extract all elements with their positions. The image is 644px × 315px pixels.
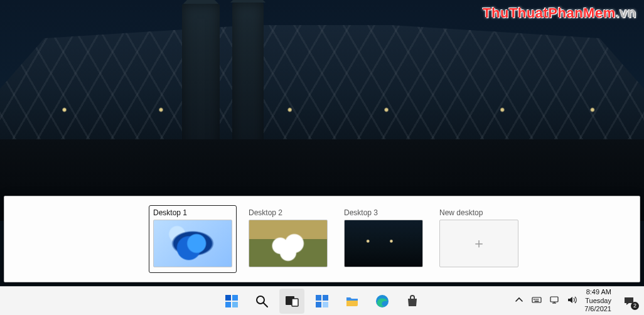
task-view-panel: Desktop 1 Desktop 2 Desktop 3 New deskto… [4,196,640,282]
taskbar-clock[interactable]: 8:49 AM Tuesday 7/6/2021 [584,288,611,314]
virtual-desktop-label: Desktop 2 [249,208,328,217]
svg-rect-11 [323,302,328,307]
widgets-icon [314,294,330,309]
network-button[interactable] [549,295,559,307]
notification-center-button[interactable]: 2 [619,291,639,311]
watermark-suffix: .vn [616,5,636,21]
virtual-desktop-thumbnail [344,220,423,267]
watermark-text: ThuThuatPhanMem.vn [483,5,636,21]
svg-rect-2 [225,302,231,307]
folder-icon [345,294,360,309]
new-desktop-label: New desktop [439,208,518,217]
volume-icon [567,295,577,305]
virtual-desktop-3[interactable]: Desktop 3 [340,205,427,273]
virtual-desktop-label: Desktop 1 [153,208,232,217]
virtual-desktop-1[interactable]: Desktop 1 [149,205,237,273]
system-tray: 8:49 AM Tuesday 7/6/2021 2 [514,288,639,314]
plus-icon: ＋ [472,237,486,250]
input-indicator-button[interactable] [532,295,542,307]
watermark-main: ThuThuatPhanMem [483,5,616,21]
store-icon [405,294,420,309]
svg-point-4 [257,296,264,304]
svg-rect-13 [532,297,541,302]
svg-rect-10 [316,302,321,307]
svg-rect-1 [232,295,238,301]
windows-icon [224,294,239,309]
clock-time: 8:49 AM [584,288,611,297]
widgets-button[interactable] [309,289,335,314]
clock-date: 7/6/2021 [584,305,611,314]
tray-overflow-button[interactable] [514,295,524,307]
chevron-up-icon [514,295,524,305]
svg-rect-3 [232,302,238,307]
start-button[interactable] [219,289,244,314]
edge-icon [375,294,390,309]
svg-rect-9 [323,295,328,301]
keyboard-icon [532,295,542,305]
new-desktop-button[interactable]: New desktop ＋ [435,205,523,273]
svg-rect-8 [316,295,321,301]
search-icon [254,294,269,309]
svg-rect-18 [550,297,558,302]
taskbar-center [219,289,425,314]
search-button[interactable] [249,289,274,314]
task-view-button[interactable] [279,289,304,314]
taskbar: 8:49 AM Tuesday 7/6/2021 2 [0,286,644,315]
virtual-desktop-label: Desktop 3 [344,208,423,217]
volume-button[interactable] [567,295,577,307]
store-button[interactable] [400,289,425,314]
svg-rect-7 [292,299,298,306]
edge-button[interactable] [370,289,395,314]
taskview-icon [284,294,299,309]
svg-rect-0 [225,295,231,301]
virtual-desktop-thumbnail [153,220,232,267]
virtual-desktop-2[interactable]: Desktop 2 [244,205,332,273]
new-desktop-thumbnail: ＋ [439,220,518,267]
virtual-desktop-thumbnail [249,220,328,267]
clock-day: Tuesday [584,297,611,306]
file-explorer-button[interactable] [340,289,365,314]
notification-badge: 2 [631,302,639,310]
network-icon [549,295,559,305]
svg-line-5 [264,303,267,307]
